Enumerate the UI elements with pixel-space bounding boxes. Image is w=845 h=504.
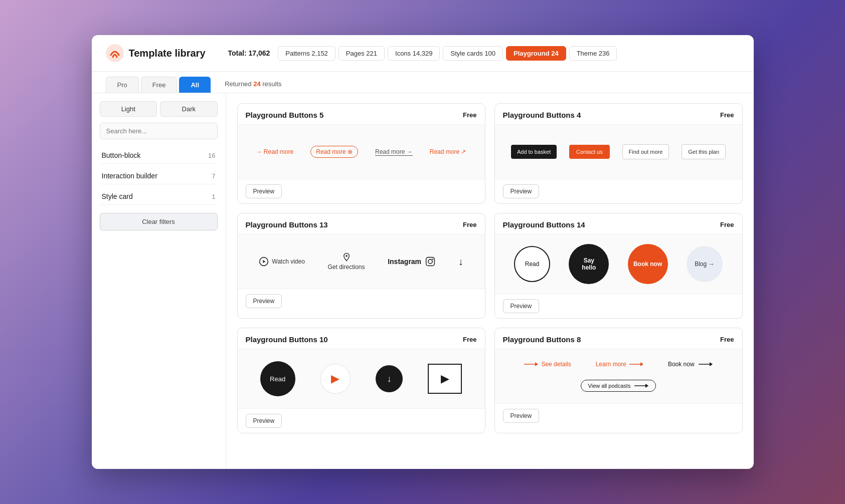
preview-view-podcasts: View all podcasts	[581, 380, 656, 392]
filter-interaction-builder[interactable]: Interaction builder 7	[100, 168, 218, 184]
preview-circle-blog: Blog →	[687, 246, 723, 282]
card-title: Playground Buttons 13	[246, 220, 328, 229]
preview-see-details: See details	[524, 361, 571, 368]
results-count: 24	[253, 80, 260, 88]
header: Template library Total: 17,062 Patterns …	[92, 35, 754, 72]
preview-arrow-down: ↓	[458, 256, 463, 268]
theme-light-btn[interactable]: Light	[100, 101, 157, 117]
card-badge: Free	[463, 221, 476, 228]
preview-instagram: Instagram	[388, 257, 435, 267]
sidebar: Light Dark Button-block 16 Interaction b…	[92, 93, 226, 469]
card-preview-buttons-4: Add to basket Contact us Find out more G…	[495, 124, 742, 179]
filter-interaction-builder-count: 7	[212, 172, 215, 180]
card-preview-buttons-8: See details Learn more Book now View all…	[495, 349, 742, 404]
theme-dark-btn[interactable]: Dark	[160, 101, 218, 117]
card-header: Playground Buttons 10 Free	[238, 328, 485, 349]
preview-video-play: ▶	[428, 364, 462, 394]
card-badge: Free	[720, 221, 734, 228]
app-title: Template library	[129, 48, 206, 59]
svg-point-3	[346, 255, 348, 257]
preview-play-orange: ▶	[320, 364, 351, 394]
card-footer: Preview	[495, 294, 742, 318]
preview-button[interactable]: Preview	[246, 414, 282, 428]
preview-button[interactable]: Preview	[503, 409, 540, 423]
tab-free[interactable]: Free	[141, 77, 178, 93]
preview-button[interactable]: Preview	[503, 299, 540, 313]
preview-circle-book-now: Book now	[628, 244, 668, 284]
nav-icons[interactable]: Icons 14,329	[388, 46, 440, 61]
preview-button[interactable]: Preview	[503, 184, 540, 198]
preview-btn-underline: Read more →	[375, 148, 413, 156]
card-header: Playground Buttons 5 Free	[238, 104, 485, 124]
preview-button[interactable]: Preview	[246, 294, 282, 308]
logo-icon	[106, 44, 124, 62]
card-footer: Preview	[495, 179, 742, 203]
card-footer: Preview	[238, 179, 485, 203]
preview-circle-say-hello: Sayhello	[569, 244, 609, 284]
card-badge: Free	[720, 111, 734, 119]
tabs-row: Pro Free All Returned 24 results	[92, 72, 754, 93]
results-text: Returned 24 results	[225, 80, 281, 93]
svg-marker-2	[263, 260, 266, 264]
preview-read-black: Read	[260, 361, 295, 396]
main-content: Light Dark Button-block 16 Interaction b…	[92, 93, 754, 469]
total-count: Total: 17,062	[228, 49, 270, 57]
card-title: Playground Buttons 5	[246, 111, 324, 119]
card-playground-buttons-8: Playground Buttons 8 Free See details Le…	[494, 328, 743, 433]
nav-style-cards[interactable]: Style cards 100	[443, 46, 503, 61]
card-header: Playground Buttons 14 Free	[495, 213, 742, 234]
preview-arrow-black: ↓	[376, 365, 403, 392]
search-input[interactable]	[100, 123, 218, 139]
card-title: Playground Buttons 8	[503, 335, 581, 344]
filter-style-card[interactable]: Style card 1	[100, 188, 218, 205]
filter-style-card-count: 1	[212, 193, 215, 200]
nav-patterns[interactable]: Patterns 2,152	[278, 46, 335, 61]
tab-all[interactable]: All	[179, 77, 211, 93]
filter-button-block-label: Button-block	[102, 151, 141, 159]
card-badge: Free	[463, 336, 476, 343]
header-stats: Total: 17,062 Patterns 2,152 Pages 221 I…	[228, 46, 740, 61]
logo-area: Template library	[106, 44, 216, 62]
filter-button-block-count: 16	[208, 152, 215, 159]
svg-marker-10	[640, 362, 643, 366]
card-header: Playground Buttons 4 Free	[495, 104, 742, 124]
card-title: Playground Buttons 10	[246, 335, 328, 344]
preview-watch-video: Watch video	[259, 257, 305, 267]
svg-point-0	[106, 44, 124, 62]
card-playground-buttons-10: Playground Buttons 10 Free Read ▶ ↓ ▶ Pr…	[237, 328, 485, 433]
card-preview-buttons-10: Read ▶ ↓ ▶	[238, 349, 485, 409]
svg-marker-12	[710, 362, 713, 366]
app-window: Template library Total: 17,062 Patterns …	[92, 35, 754, 469]
card-title: Playground Buttons 4	[503, 111, 581, 119]
nav-pages[interactable]: Pages 221	[339, 46, 385, 61]
preview-circle-read: Read	[514, 246, 550, 282]
card-playground-buttons-14: Playground Buttons 14 Free Read Sayhello…	[494, 213, 743, 319]
svg-point-5	[428, 260, 432, 264]
preview-button[interactable]: Preview	[246, 184, 282, 198]
preview-btn-arrow: → Read more	[256, 148, 294, 155]
clear-filters-button[interactable]: Clear filters	[100, 213, 218, 230]
tab-pro[interactable]: Pro	[106, 77, 139, 93]
card-badge: Free	[463, 111, 476, 119]
card-preview-buttons-14: Read Sayhello Book now Blog →	[495, 234, 742, 294]
svg-rect-4	[426, 258, 435, 266]
preview-book-now: Book now	[668, 361, 713, 368]
card-footer: Preview	[238, 409, 485, 433]
preview-btn-circle: Read more ⊕	[310, 146, 358, 158]
card-playground-buttons-5: Playground Buttons 5 Free → Read more Re…	[237, 103, 485, 204]
card-badge: Free	[720, 336, 734, 343]
card-playground-buttons-4: Playground Buttons 4 Free Add to basket …	[494, 103, 743, 204]
svg-point-6	[432, 259, 433, 260]
card-playground-buttons-13: Playground Buttons 13 Free Watch video G…	[237, 213, 485, 319]
nav-playground[interactable]: Playground 24	[506, 46, 566, 61]
nav-theme[interactable]: Theme 236	[569, 46, 617, 61]
filter-button-block[interactable]: Button-block 16	[100, 147, 218, 164]
card-footer: Preview	[495, 404, 742, 428]
theme-toggle-row: Light Dark	[100, 101, 218, 117]
card-preview-buttons-5: → Read more Read more ⊕ Read more → Read…	[238, 124, 485, 179]
card-preview-buttons-13: Watch video Get directions Instagram ↓	[238, 234, 485, 289]
card-header: Playground Buttons 13 Free	[238, 213, 485, 234]
card-title: Playground Buttons 14	[503, 220, 585, 229]
preview-get-directions: Get directions	[328, 253, 365, 271]
preview-learn-more: Learn more	[596, 361, 643, 368]
